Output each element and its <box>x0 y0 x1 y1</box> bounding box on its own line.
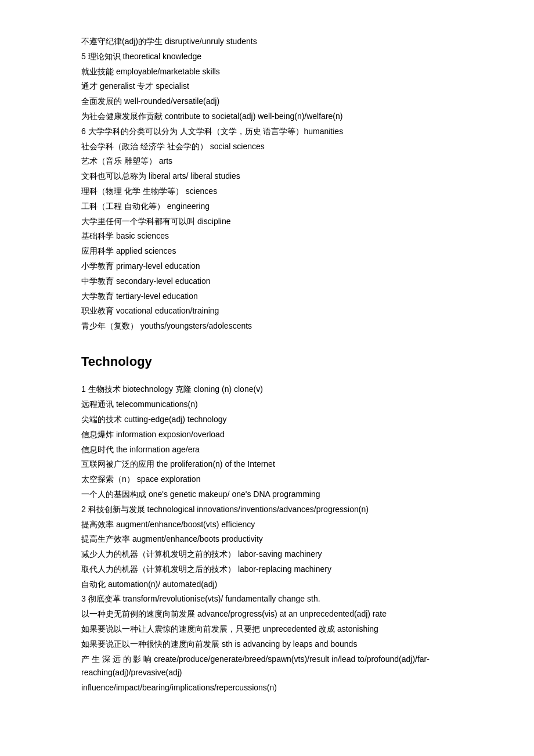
top-line-17: 大学教育 tertiary-level education <box>81 290 453 304</box>
tech-line-9: 提高效率 augment/enhance/boost(vts) efficien… <box>81 518 453 532</box>
top-line-9: 文科也可以总称为 liberal arts/ liberal studies <box>81 170 453 183</box>
top-line-13: 基础科学 basic sciences <box>81 229 453 243</box>
top-line-11: 工科（工程 自动化等） engineering <box>81 200 453 214</box>
tech-line-11: 减少人力的机器（计算机发明之前的技术） labor-saving machine… <box>81 548 453 561</box>
tech-line-12: 取代人力的机器（计算机发明之后的技术） labor-replacing mach… <box>81 563 453 577</box>
tech-line-1: 远程通讯 telecommunications(n) <box>81 398 453 412</box>
tech-line-2: 尖端的技术 cutting-edge(adj) technology <box>81 413 453 427</box>
top-line-6: 6 大学学科的分类可以分为 人文学科（文学，历史 语言学等）humanities <box>81 125 453 139</box>
top-line-3: 通才 generalist 专才 specialist <box>81 80 453 93</box>
tech-line-8: 2 科技创新与发展 technological innovations/inve… <box>81 503 453 517</box>
top-line-16: 中学教育 secondary-level education <box>81 275 453 289</box>
top-line-18: 职业教育 vocational education/training <box>81 304 453 318</box>
tech-line-18: 产 生 深 远 的 影 响 create/produce/generate/br… <box>81 653 453 681</box>
tech-line-3: 信息爆炸 information exposion/overload <box>81 428 453 442</box>
top-line-19: 青少年（复数） youths/youngsters/adolescents <box>81 319 453 333</box>
top-line-7: 社会学科（政治 经济学 社会学的） social sciences <box>81 140 453 154</box>
tech-line-15: 以一种史无前例的速度向前发展 advance/progress(vis) at … <box>81 607 453 621</box>
top-line-14: 应用科学 applied sciences <box>81 244 453 258</box>
top-line-8: 艺术（音乐 雕塑等） arts <box>81 154 453 168</box>
top-line-15: 小学教育 primary-level education <box>81 260 453 273</box>
top-line-1: 5 理论知识 theoretical knowledge <box>81 50 453 64</box>
top-section: 不遵守纪律(adj)的学生 disruptive/unruly students… <box>81 35 453 333</box>
top-line-4: 全面发展的 well-rounded/versatile(adj) <box>81 95 453 109</box>
tech-line-17: 如果要说正以一种很快的速度向前发展 sth is advancing by le… <box>81 638 453 651</box>
tech-line-0: 1 生物技术 biotechnology 克隆 cloning (n) clon… <box>81 383 453 397</box>
top-line-10: 理科（物理 化学 生物学等） sciences <box>81 185 453 199</box>
tech-line-6: 太空探索（n） space exploration <box>81 473 453 487</box>
tech-line-5: 互联网被广泛的应用 the proliferation(n) of the In… <box>81 458 453 471</box>
tech-line-19: influence/impact/bearing/implications/re… <box>81 681 453 695</box>
tech-line-13: 自动化 automation(n)/ automated(adj) <box>81 578 453 592</box>
tech-line-4: 信息时代 the information age/era <box>81 443 453 457</box>
tech-line-10: 提高生产效率 augment/enhance/boots productivit… <box>81 532 453 546</box>
technology-heading: Technology <box>81 351 453 372</box>
tech-line-14: 3 彻底变革 transform/revolutionise(vts)/ fun… <box>81 592 453 606</box>
top-line-5: 为社会健康发展作贡献 contribute to societal(adj) w… <box>81 110 453 124</box>
tech-line-16: 如果要说以一种让人震惊的速度向前发展，只要把 unprecedented 改成 … <box>81 622 453 636</box>
technology-section: Technology1 生物技术 biotechnology 克隆 clonin… <box>81 351 453 695</box>
top-line-12: 大学里任何一个学科都有可以叫 discipline <box>81 215 453 229</box>
top-line-2: 就业技能 employable/marketable skills <box>81 65 453 79</box>
tech-line-7: 一个人的基因构成 one's genetic makeup/ one's DNA… <box>81 488 453 502</box>
top-line-0: 不遵守纪律(adj)的学生 disruptive/unruly students <box>81 35 453 49</box>
